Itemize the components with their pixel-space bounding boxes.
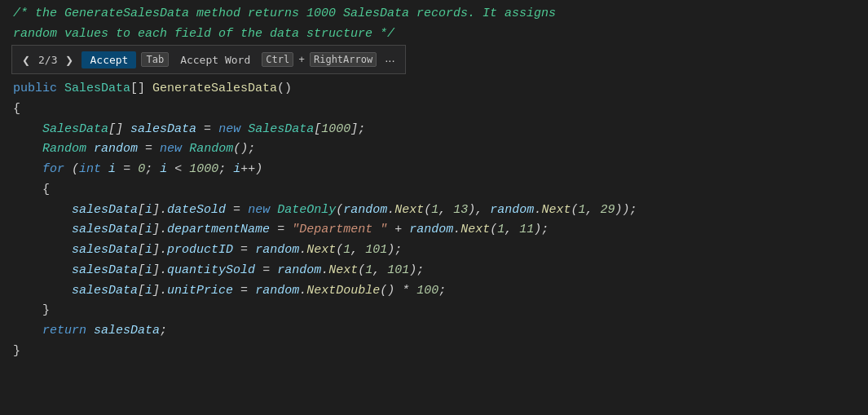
- code-line-2: {: [13, 99, 855, 120]
- comment-line-2: random values to each field of the data …: [0, 25, 868, 46]
- accept-word-button[interactable]: Accept Word: [174, 51, 257, 68]
- code-line-11: salesData[i].unitPrice = random.NextDoub…: [13, 281, 855, 302]
- code-line-8: salesData[i].departmentName = "Departmen…: [13, 220, 855, 241]
- tab-badge: Tab: [141, 52, 169, 67]
- code-line-3: SalesData[] salesData = new SalesData[10…: [13, 120, 855, 140]
- code-line-10: salesData[i].quantitySold = random.Next(…: [13, 261, 855, 281]
- code-line-1: public SalesData[] GenerateSalesData(): [13, 79, 855, 99]
- suggestion-count: 2/3: [38, 54, 57, 66]
- ctrl-badge: Ctrl: [262, 52, 293, 67]
- code-line-9: salesData[i].productID = random.Next(1, …: [13, 241, 855, 261]
- autocomplete-bar: 2/3 Accept Tab Accept Word Ctrl + RightA…: [11, 45, 406, 74]
- chevron-right-icon: [65, 54, 73, 66]
- code-area: public SalesData[] GenerateSalesData() {…: [0, 76, 868, 365]
- code-line-13: return salesData;: [13, 321, 855, 342]
- code-line-6: {: [13, 180, 855, 201]
- code-line-14: }: [13, 342, 855, 362]
- code-line-4: Random random = new Random();: [13, 139, 855, 160]
- right-arrow-badge: RightArrow: [310, 52, 377, 67]
- code-line-5: for (int i = 0; i < 1000; i++): [13, 160, 855, 180]
- next-suggestion-button[interactable]: [62, 52, 77, 68]
- prev-suggestion-button[interactable]: [19, 52, 33, 68]
- code-line-7: salesData[i].dateSold = new DateOnly(ran…: [13, 201, 855, 221]
- code-line-12: }: [13, 301, 855, 321]
- chevron-left-icon: [22, 54, 30, 66]
- more-options-button[interactable]: ···: [381, 51, 399, 68]
- comment-line-1: /* the GenerateSalesData method returns …: [0, 0, 868, 25]
- plus-label: +: [298, 54, 305, 66]
- accept-button[interactable]: Accept: [82, 51, 136, 68]
- editor-container: /* the GenerateSalesData method returns …: [0, 0, 868, 415]
